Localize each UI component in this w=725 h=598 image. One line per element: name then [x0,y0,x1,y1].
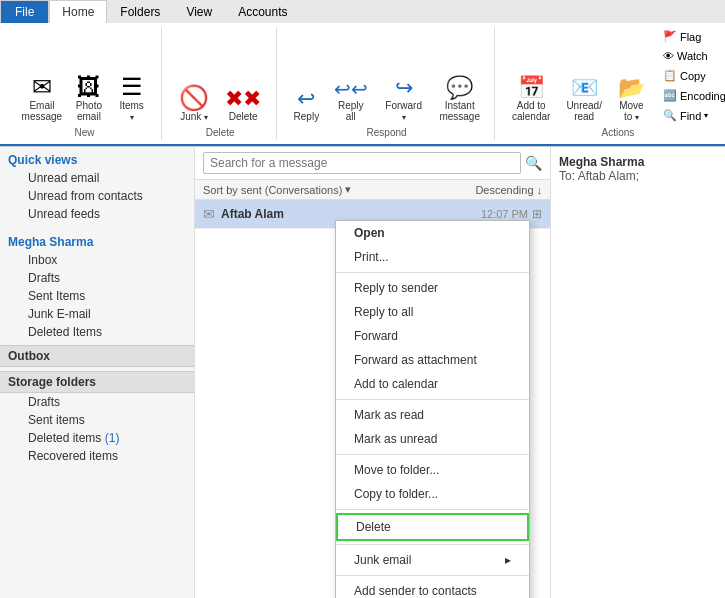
ctx-mark-read[interactable]: Mark as read [336,403,529,427]
move-label: Moveto ▾ [619,100,643,122]
actions-buttons: 📅 Add tocalendar 📧 Unread/read 📂 Moveto … [505,27,725,125]
reply-label: Reply [294,111,320,122]
move-icon: 📂 [618,77,645,99]
tab-view[interactable]: View [173,0,225,23]
ctx-add-sender[interactable]: Add sender to contacts [336,579,529,598]
storage-recovered[interactable]: Recovered items [0,447,194,465]
ctx-junk-label: Junk email [354,553,411,567]
find-label: Find [680,110,701,122]
email-message-button[interactable]: Emailmessage [16,72,68,125]
ctx-reply-sender[interactable]: Reply to sender [336,276,529,300]
junk-label: Junk ▾ [180,111,208,122]
encoding-label: Encoding [680,90,725,102]
move-to-button[interactable]: 📂 Moveto ▾ [611,74,652,125]
outbox-header[interactable]: Outbox [0,345,194,367]
find-icon: 🔍 [663,109,677,122]
sort-dropdown-icon: ▾ [345,183,351,196]
forward-label: Forward ▾ [383,100,424,122]
context-menu: Open Print... Reply to sender Reply to a… [335,220,530,598]
ribbon-tabs: File Home Folders View Accounts [0,0,725,23]
junk-icon [179,86,209,110]
sidebar-unread-feeds[interactable]: Unread feeds [0,205,194,223]
flag-icon: 🚩 [663,30,677,43]
flag-button[interactable]: 🚩 Flag [658,27,725,46]
copy-icon: 📋 [663,69,677,82]
reply-all-button[interactable]: ↩↩ Replyall [328,76,374,125]
search-icon: 🔍 [525,155,542,171]
ribbon-group-actions: 📅 Add tocalendar 📧 Unread/read 📂 Moveto … [497,27,725,140]
tab-file[interactable]: File [0,0,49,23]
storage-sent[interactable]: Sent items [0,411,194,429]
sidebar-junk[interactable]: Junk E-mail [0,305,194,323]
ribbon: File Home Folders View Accounts Emailmes… [0,0,725,147]
ctx-mark-unread[interactable]: Mark as unread [336,427,529,451]
storage-deleted[interactable]: Deleted items (1) [0,429,194,447]
forward-button[interactable]: ↪ Forward ▾ [376,74,431,125]
storage-header[interactable]: Storage folders [0,371,194,393]
unread-read-button[interactable]: 📧 Unread/read [559,74,609,125]
ribbon-group-respond: ↩ Reply ↩↩ Replyall ↪ Forward ▾ 💬 Instan… [279,27,495,140]
ctx-print[interactable]: Print... [336,245,529,269]
watch-icon: 👁 [663,50,674,62]
find-button[interactable]: 🔍 Find ▾ [658,106,725,125]
junk-button[interactable]: Junk ▾ [172,83,216,125]
tab-accounts[interactable]: Accounts [225,0,300,23]
ctx-junk-email[interactable]: Junk email ▸ [336,548,529,572]
sort-bar: Sort by sent (Conversations) ▾ Descendin… [195,180,550,200]
sort-label: Sort by sent (Conversations) [203,184,342,196]
sort-direction-label: Descending [475,184,533,196]
tab-folders[interactable]: Folders [107,0,173,23]
ctx-junk-arrow: ▸ [505,553,511,567]
sort-direction-icon: ↓ [537,184,543,196]
sort-direction[interactable]: Descending ↓ [475,184,542,196]
ctx-open[interactable]: Open [336,221,529,245]
ctx-forward-attachment[interactable]: Forward as attachment [336,348,529,372]
reading-pane: Megha Sharma To: Aftab Alam; [550,147,725,598]
ctx-forward[interactable]: Forward [336,324,529,348]
sidebar-drafts[interactable]: Drafts [0,269,194,287]
copy-button[interactable]: 📋 Copy [658,66,725,85]
respond-group-label: Respond [367,127,407,140]
sidebar-deleted[interactable]: Deleted Items [0,323,194,341]
ctx-copy-folder[interactable]: Copy to folder... [336,482,529,506]
items-button[interactable]: Items ▾ [110,72,153,125]
ctx-delete[interactable]: Delete [336,513,529,541]
ribbon-group-new: Emailmessage Photoemail Items ▾ New [8,27,162,140]
sidebar-inbox[interactable]: Inbox [0,251,194,269]
reply-all-label: Replyall [338,100,364,122]
ctx-sep-2 [336,399,529,400]
encoding-button[interactable]: 🔤 Encoding [658,86,725,105]
photo-email-button[interactable]: Photoemail [70,72,108,125]
actions-small-group: 🚩 Flag 👁 Watch 📋 Copy 🔤 Encoding [658,27,725,125]
watch-button[interactable]: 👁 Watch [658,47,725,65]
ctx-reply-all[interactable]: Reply to all [336,300,529,324]
reply-button[interactable]: ↩ Reply [287,85,325,125]
email-time: 12:07 PM [481,208,528,220]
ctx-add-calendar[interactable]: Add to calendar [336,372,529,396]
email-expand-icon[interactable]: ⊞ [532,207,542,221]
tab-home[interactable]: Home [49,0,107,23]
storage-drafts[interactable]: Drafts [0,393,194,411]
ctx-sep-1 [336,272,529,273]
ribbon-group-delete: Junk ▾ ✖ Delete Delete [164,27,277,140]
add-to-calendar-button[interactable]: 📅 Add tocalendar [505,74,557,125]
instant-message-button[interactable]: 💬 Instantmessage [433,74,486,125]
delete-group-label: Delete [206,127,235,140]
watch-label: Watch [677,50,708,62]
sidebar-unread-email[interactable]: Unread email [0,169,194,187]
delete-button[interactable]: ✖ Delete [218,85,268,125]
sidebar: Quick views Unread email Unread from con… [0,147,195,598]
sort-by[interactable]: Sort by sent (Conversations) ▾ [203,183,351,196]
items-label: Items ▾ [117,100,146,122]
photo-icon [77,75,101,99]
ctx-move-folder[interactable]: Move to folder... [336,458,529,482]
sidebar-sent-items[interactable]: Sent Items [0,287,194,305]
email-sender: Aftab Alam [221,207,481,221]
reading-from: Megha Sharma [559,155,717,169]
search-input[interactable] [203,152,521,174]
items-icon [121,75,143,99]
ctx-sep-4 [336,509,529,510]
sidebar-unread-contacts[interactable]: Unread from contacts [0,187,194,205]
encoding-icon: 🔤 [663,89,677,102]
actions-group-label: Actions [602,127,635,140]
